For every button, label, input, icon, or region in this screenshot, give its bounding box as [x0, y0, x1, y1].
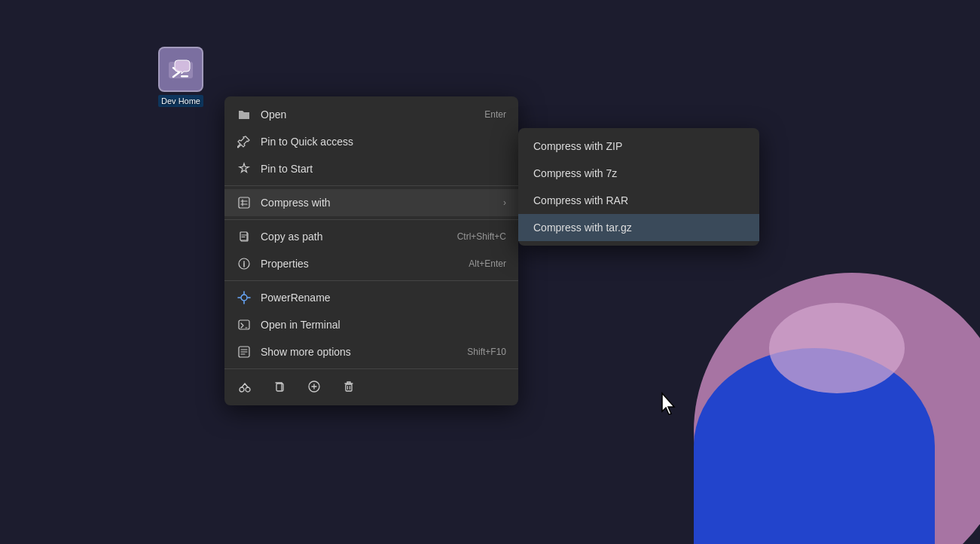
menu-pin-start-label: Pin to Start [261, 163, 506, 175]
menu-item-compress[interactable]: Compress with › [224, 189, 518, 216]
submenu-item-7z[interactable]: Compress with 7z [518, 160, 759, 187]
menu-pin-quick-label: Pin to Quick access [261, 136, 506, 148]
compress-icon [237, 195, 252, 210]
context-menu: Open Enter Pin to Quick access Pin to St… [224, 96, 518, 405]
pin-start-icon [237, 161, 252, 176]
menu-item-properties[interactable]: Properties Alt+Enter [224, 250, 518, 277]
menu-terminal-label: Open in Terminal [261, 319, 506, 331]
menu-copy-path-shortcut: Ctrl+Shift+C [457, 231, 506, 242]
menu-copy-path-label: Copy as path [261, 231, 448, 243]
submenu-tar-gz-label: Compress with tar.gz [533, 222, 632, 234]
menu-item-show-more[interactable]: Show more options Shift+F10 [224, 338, 518, 365]
compress-submenu: Compress with ZIP Compress with 7z Compr… [518, 128, 759, 246]
desktop-icon-devhome[interactable]: Dev Home [151, 47, 211, 107]
terminal-icon [237, 317, 252, 332]
ai-action-icon[interactable] [306, 378, 322, 395]
submenu-item-zip[interactable]: Compress with ZIP [518, 133, 759, 160]
bg-lavender-shape [769, 303, 905, 393]
menu-action-bar [224, 372, 518, 401]
svg-point-5 [241, 295, 247, 301]
svg-rect-2 [239, 197, 249, 208]
menu-item-open[interactable]: Open Enter [224, 101, 518, 128]
menu-powerrename-label: PowerRename [261, 292, 506, 304]
svg-point-9 [246, 387, 250, 392]
menu-item-copy-path[interactable]: Copy as path Ctrl+Shift+C [224, 223, 518, 250]
menu-properties-shortcut: Alt+Enter [469, 258, 506, 269]
submenu-zip-label: Compress with ZIP [533, 140, 622, 152]
menu-show-more-shortcut: Shift+F10 [467, 347, 506, 357]
menu-open-label: Open [261, 108, 475, 121]
folder-icon [237, 107, 252, 122]
submenu-item-rar[interactable]: Compress with RAR [518, 187, 759, 214]
submenu-7z-label: Compress with 7z [533, 167, 617, 179]
copy-path-icon [237, 229, 252, 244]
menu-divider-4 [224, 368, 518, 369]
chevron-right-icon: › [503, 197, 506, 208]
menu-item-powerrename[interactable]: PowerRename [224, 284, 518, 311]
show-more-icon [237, 344, 252, 359]
submenu-item-tar-gz[interactable]: Compress with tar.gz [518, 214, 759, 241]
svg-rect-12 [346, 384, 352, 391]
menu-compress-label: Compress with [261, 197, 494, 209]
powerrename-icon [237, 290, 252, 305]
copy-action-icon[interactable] [271, 378, 288, 395]
menu-divider-1 [224, 185, 518, 186]
menu-item-pin-start[interactable]: Pin to Start [224, 155, 518, 182]
delete-action-icon[interactable] [340, 378, 357, 395]
cut-action-icon[interactable] [237, 378, 253, 395]
submenu-rar-label: Compress with RAR [533, 194, 628, 206]
menu-properties-label: Properties [261, 258, 459, 270]
svg-rect-1 [181, 75, 188, 78]
pin-quick-icon [237, 134, 252, 149]
menu-divider-2 [224, 219, 518, 220]
menu-item-pin-quick[interactable]: Pin to Quick access [224, 128, 518, 155]
menu-open-shortcut: Enter [484, 109, 506, 120]
menu-item-terminal[interactable]: Open in Terminal [224, 311, 518, 338]
menu-divider-3 [224, 280, 518, 281]
desktop-icon-label: Dev Home [158, 95, 203, 107]
svg-rect-6 [239, 320, 249, 329]
desktop-icon-image [158, 47, 203, 92]
svg-point-8 [240, 387, 244, 392]
properties-icon [237, 256, 252, 271]
svg-rect-4 [240, 232, 247, 240]
menu-show-more-label: Show more options [261, 346, 458, 358]
